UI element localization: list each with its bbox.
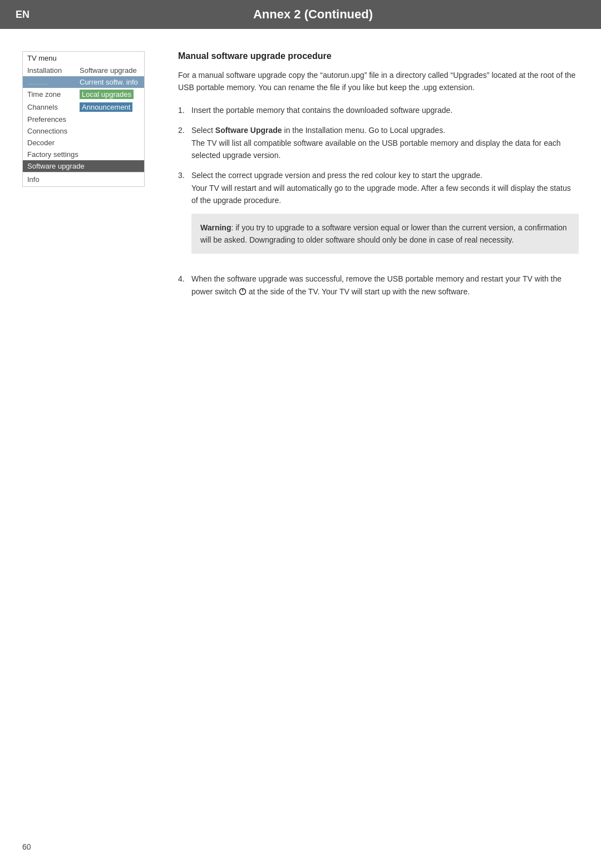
menu-row-factory-settings: Factory settings	[23, 149, 144, 160]
step-1-content: Insert the portable memory that contains…	[191, 104, 579, 116]
menu-label-connections: Connections	[27, 127, 77, 135]
step-4-content: When the software upgrade was successful…	[191, 273, 579, 298]
menu-label-channels: Channels	[27, 103, 77, 111]
warning-text: : if you try to upgrade to a software ve…	[200, 223, 567, 244]
menu-value-local-upgrades: Local upgrades	[80, 90, 134, 99]
tv-menu-panel: TV menu Installation Software upgrade ..…	[22, 51, 156, 308]
page-number: 60	[22, 842, 31, 851]
step-1: 1. Insert the portable memory that conta…	[178, 104, 579, 116]
menu-label-factory-settings: Factory settings	[27, 150, 78, 159]
warning-box: Warning: if you try to upgrade to a soft…	[191, 214, 579, 254]
intro-paragraph: For a manual software upgrade copy the “…	[178, 69, 579, 94]
menu-label-installation: Installation	[27, 66, 77, 75]
menu-row-info: Info	[23, 172, 144, 186]
step-2: 2. Select Software Upgrade in the Instal…	[178, 124, 579, 161]
section-heading: Manual software upgrade procedure	[178, 51, 579, 61]
step-4: 4. When the software upgrade was success…	[178, 273, 579, 298]
step-3-number: 3.	[178, 169, 187, 265]
menu-label-timezone: Time zone	[27, 90, 77, 98]
menu-label-dots: ............	[27, 79, 77, 86]
steps-list: 1. Insert the portable memory that conta…	[178, 104, 579, 298]
step-3-content: Select the correct upgrade version and p…	[191, 169, 579, 265]
menu-row-installation: Installation Software upgrade	[23, 65, 144, 76]
warning-bold: Warning	[200, 223, 231, 232]
menu-value-current-softw: Current softw. info	[80, 78, 138, 86]
menu-row-channels: Channels Announcement	[23, 101, 144, 114]
menu-row-decoder: Decoder	[23, 137, 144, 149]
page-header: EN Annex 2 (Continued)	[0, 0, 601, 29]
menu-value-announcement: Announcement	[80, 102, 132, 112]
language-badge: EN	[16, 9, 29, 21]
step-2-number: 2.	[178, 124, 187, 161]
menu-label-preferences: Preferences	[27, 115, 77, 124]
menu-row-connections: Connections	[23, 125, 144, 137]
step-1-number: 1.	[178, 104, 187, 116]
step-2-bold: Software Upgrade	[215, 126, 282, 135]
tv-menu-box: TV menu Installation Software upgrade ..…	[22, 51, 145, 187]
step-4-number: 4.	[178, 273, 187, 298]
menu-row-timezone: Time zone Local upgrades	[23, 88, 144, 101]
tv-menu-title: TV menu	[23, 52, 144, 65]
menu-value-software-upgrade: Software upgrade	[80, 66, 137, 75]
step-3: 3. Select the correct upgrade version an…	[178, 169, 579, 265]
main-content: Manual software upgrade procedure For a …	[178, 51, 579, 308]
step-2-content: Select Software Upgrade in the Installat…	[191, 124, 579, 161]
menu-label-decoder: Decoder	[27, 139, 77, 147]
power-icon	[239, 288, 247, 295]
page-footer: 60	[22, 842, 31, 851]
content-area: TV menu Installation Software upgrade ..…	[0, 51, 601, 308]
menu-row-preferences: Preferences	[23, 114, 144, 125]
menu-row-current-softw: ............ Current softw. info	[23, 76, 144, 88]
menu-row-software-upgrade-selected: Software upgrade	[23, 160, 144, 172]
page-title: Annex 2 (Continued)	[41, 7, 585, 22]
